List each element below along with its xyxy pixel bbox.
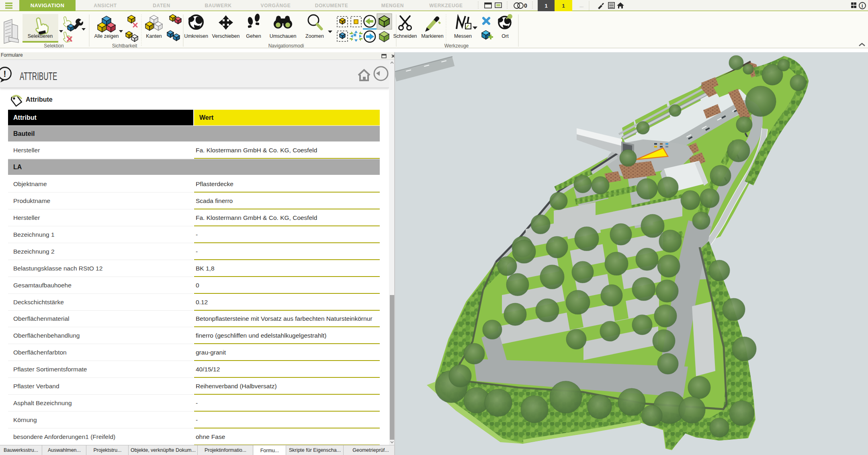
svg-text:Ort: Ort	[502, 33, 509, 39]
svg-text:1: 1	[545, 3, 547, 9]
svg-text:Alle zeigen: Alle zeigen	[94, 33, 119, 39]
svg-text:0: 0	[524, 2, 527, 9]
svg-text:Schneiden: Schneiden	[393, 33, 417, 39]
svg-text:!: !	[3, 69, 6, 79]
svg-text:Messen: Messen	[454, 33, 472, 39]
svg-text:...: ...	[579, 3, 583, 8]
svg-text:Umschauen: Umschauen	[270, 33, 297, 39]
svg-text:i: i	[862, 3, 863, 9]
svg-text:Zoomen: Zoomen	[305, 33, 324, 39]
svg-text:Verschieben: Verschieben	[212, 33, 240, 39]
svg-text:Werkzeuge: Werkzeuge	[444, 43, 469, 49]
svg-text:Umkreisen: Umkreisen	[184, 33, 208, 39]
svg-text:Sichtbarkeit: Sichtbarkeit	[112, 43, 137, 49]
svg-text:Gehen: Gehen	[246, 33, 261, 39]
svg-text:Markieren: Markieren	[421, 33, 444, 39]
svg-text:Kanten: Kanten	[146, 33, 162, 39]
svg-text:1: 1	[562, 3, 565, 9]
svg-text:Selektieren: Selektieren	[28, 33, 53, 39]
svg-text:Selektion: Selektion	[44, 43, 63, 49]
svg-text:Navigationsmodi: Navigationsmodi	[268, 43, 304, 49]
